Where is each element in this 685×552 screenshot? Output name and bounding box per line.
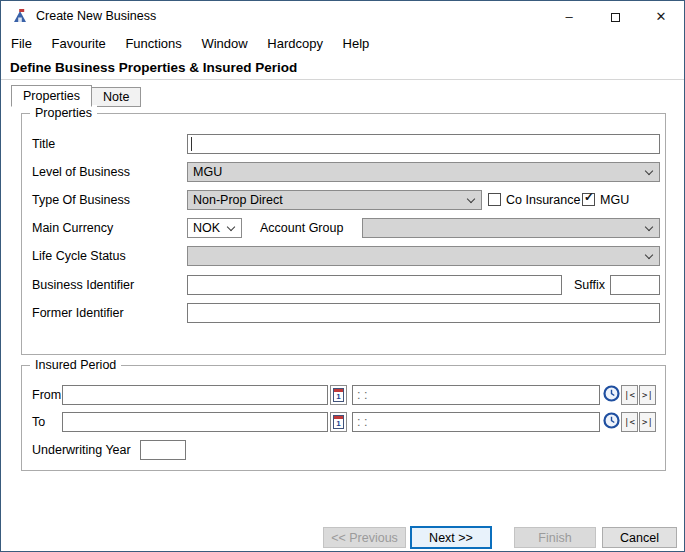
from-step-first-button[interactable]: |< [621,385,638,405]
minimize-icon: – [565,9,572,24]
chevron-down-icon [645,223,653,231]
chevron-down-icon [645,251,653,259]
co-insurance-label: Co Insurance [506,190,580,210]
suffix-input[interactable] [610,275,660,295]
to-step-first-button[interactable]: |< [621,412,638,432]
mgu-checkbox[interactable]: ✓ [582,193,595,206]
title-label: Title [32,134,55,154]
former-identifier-input[interactable] [187,303,660,323]
minimize-button[interactable]: – [546,1,592,32]
main-currency-select[interactable]: NOK [187,218,242,238]
from-step-last-button[interactable]: >| [639,385,656,405]
from-time-input[interactable] [352,385,600,405]
level-of-business-select[interactable]: MGU [187,162,660,182]
maximize-button[interactable] [592,1,638,32]
account-group-select[interactable] [362,218,660,238]
maximize-icon [611,13,620,22]
from-calendar-button[interactable]: 1 [330,385,347,405]
from-date-input[interactable] [62,385,328,405]
underwriting-year-input[interactable] [140,440,186,460]
main-currency-label: Main Currency [32,218,113,238]
type-of-business-label: Type Of Business [32,190,130,210]
chevron-down-icon [645,167,653,175]
suffix-label: Suffix [574,275,605,295]
from-label: From [32,385,61,405]
to-clock-button[interactable] [602,411,621,432]
to-date-input[interactable] [62,412,328,432]
tab-note[interactable]: Note [91,87,141,107]
former-identifier-label: Former Identifier [32,303,124,323]
underwriting-year-label: Underwriting Year [32,440,131,460]
close-icon: ✕ [656,9,667,24]
insured-period-groupbox: Insured Period From 1 |< >| To 1 [21,365,666,471]
to-label: To [32,412,45,432]
menu-item-window[interactable]: Window [193,32,255,56]
menu-item-file[interactable]: File [3,32,40,56]
main-currency-value: NOK [193,219,220,237]
create-new-business-window: Create New Business – ✕ File Favourite F… [0,0,685,552]
tab-properties[interactable]: Properties [11,85,92,107]
business-identifier-label: Business Identifier [32,275,134,295]
life-cycle-status-label: Life Cycle Status [32,246,126,266]
to-step-last-button[interactable]: >| [639,412,656,432]
type-of-business-select[interactable]: Non-Prop Direct [187,190,482,210]
clock-icon [603,412,620,429]
app-icon [12,8,28,24]
page-title: Define Business Properties & Insured Per… [1,56,684,80]
properties-legend: Properties [30,105,97,121]
insured-period-legend: Insured Period [30,357,121,373]
account-group-label: Account Group [260,218,343,238]
chevron-down-icon [467,195,475,203]
mgu-label: MGU [600,190,629,210]
business-identifier-input[interactable] [187,275,562,295]
life-cycle-status-select[interactable] [187,246,660,266]
to-calendar-button[interactable]: 1 [330,412,347,432]
previous-button: << Previous [323,527,406,548]
title-input[interactable] [187,134,660,154]
menu-bar: File Favourite Functions Window Hardcopy… [1,32,684,56]
finish-button: Finish [514,527,596,548]
cancel-button[interactable]: Cancel [602,527,677,548]
type-of-business-value: Non-Prop Direct [193,191,283,209]
properties-groupbox: Properties Title Level of Business MGU T… [21,113,666,355]
menu-item-hardcopy[interactable]: Hardcopy [259,32,331,56]
menu-item-favourite[interactable]: Favourite [44,32,114,56]
chevron-down-icon [227,223,235,231]
calendar-icon: 1 [333,415,344,429]
title-bar: Create New Business – ✕ [1,1,684,32]
menu-item-functions[interactable]: Functions [117,32,189,56]
level-of-business-value: MGU [193,163,222,181]
co-insurance-checkbox[interactable] [488,193,501,206]
calendar-icon: 1 [333,388,344,402]
from-clock-button[interactable] [602,384,621,405]
close-button[interactable]: ✕ [638,1,684,32]
text-cursor [191,137,192,151]
level-of-business-label: Level of Business [32,162,130,182]
tab-strip: Properties Note [11,85,140,107]
clock-icon [603,385,620,402]
check-icon: ✓ [584,191,594,204]
next-button[interactable]: Next >> [410,526,492,549]
menu-item-help[interactable]: Help [335,32,378,56]
to-time-input[interactable] [352,412,600,432]
window-title: Create New Business [36,1,156,32]
